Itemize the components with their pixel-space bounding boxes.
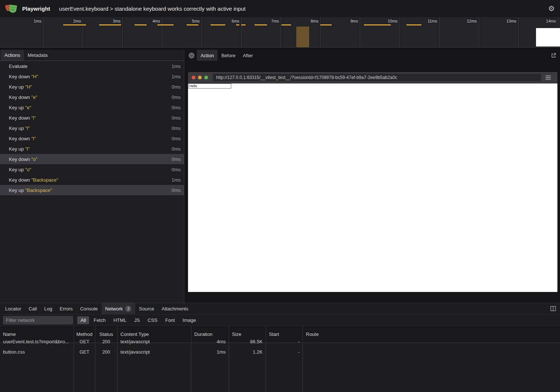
- filter-chip-fetch[interactable]: Fetch: [90, 316, 109, 324]
- timeline-tick-label: 9ms: [336, 19, 358, 23]
- bottom-tab-label: Network: [105, 306, 123, 312]
- action-key-value: "H": [24, 84, 32, 90]
- action-list-item[interactable]: Key down "o"0ms: [0, 154, 184, 164]
- snapshot-page[interactable]: [188, 83, 557, 292]
- bottom-tab-log[interactable]: Log: [41, 303, 56, 314]
- network-cell-content-type[interactable]: text/javascript: [117, 336, 191, 347]
- bottom-tab-label: Call: [28, 306, 37, 312]
- network-table-filler: [303, 357, 560, 392]
- app-title: Playwright: [22, 6, 50, 12]
- network-table-filler: [266, 357, 303, 392]
- network-cell-start[interactable]: -: [266, 347, 303, 357]
- bottom-tab-source[interactable]: Source: [135, 303, 158, 314]
- actions-panel: Actions Metadata Evaluate1msKey down "H"…: [0, 50, 184, 303]
- action-list-item[interactable]: Key up "l"0ms: [0, 123, 184, 133]
- timeline-tick-label: 4ms: [138, 19, 160, 23]
- tab-count-badge: 2: [125, 306, 132, 312]
- tab-after-label: After: [243, 53, 253, 58]
- tab-metadata[interactable]: Metadata: [24, 50, 51, 61]
- action-list-item[interactable]: Key up "e"0ms: [0, 102, 184, 113]
- network-cell-method[interactable]: GET: [74, 347, 95, 357]
- bottom-tab-errors[interactable]: Errors: [56, 303, 76, 314]
- network-filter-chips: AllFetchHTMLJSCSSFontImage: [77, 316, 200, 324]
- timeline-gridline: [122, 17, 123, 47]
- action-list-item[interactable]: Key down "l"0ms: [0, 133, 184, 144]
- timeline-activity-bar: [320, 24, 332, 25]
- action-duration: 0ms: [171, 125, 181, 131]
- action-list-item[interactable]: Key up "l"0ms: [0, 144, 184, 154]
- network-cell-route[interactable]: [303, 336, 560, 347]
- network-cell-name[interactable]: userEvent.test.ts?import&bro...: [0, 336, 74, 347]
- timeline-activity-bar: [255, 24, 267, 25]
- timeline-tick-label: 7ms: [257, 19, 279, 23]
- network-cell-duration[interactable]: 4ms: [191, 336, 229, 347]
- network-cell-start[interactable]: -: [266, 336, 303, 347]
- action-title: Key down "o": [9, 157, 37, 162]
- split-view-icon[interactable]: [547, 303, 559, 314]
- snapshot-panel: Action Before After: [184, 50, 560, 303]
- network-cell-status[interactable]: 200: [95, 347, 117, 357]
- action-duration: 0ms: [171, 146, 181, 152]
- action-list-item[interactable]: Key up "o"0ms: [0, 164, 184, 175]
- timeline-selected-action-range: [296, 27, 309, 47]
- action-duration: 1ms: [171, 63, 181, 69]
- filter-chip-font[interactable]: Font: [162, 316, 178, 324]
- bottom-tab-console[interactable]: Console: [76, 303, 102, 314]
- timeline-gridline: [518, 17, 519, 47]
- network-cell-size[interactable]: 1.2K: [229, 347, 266, 357]
- gear-icon[interactable]: ⚙: [548, 5, 555, 12]
- filter-chip-image[interactable]: Image: [179, 316, 199, 324]
- action-key-value: "e": [24, 105, 31, 110]
- filter-chip-all[interactable]: All: [77, 316, 89, 324]
- action-duration: 0ms: [171, 167, 181, 172]
- network-cell-method[interactable]: GET: [74, 336, 95, 347]
- action-list-item[interactable]: Key up "Backspace"0ms: [0, 185, 184, 195]
- action-list-item[interactable]: Key down "H"1ms: [0, 71, 184, 82]
- action-list-item[interactable]: Key down "Backspace"1ms: [0, 175, 184, 185]
- bottom-tab-network[interactable]: Network2: [102, 303, 136, 314]
- tab-actions[interactable]: Actions: [1, 50, 24, 61]
- bottom-tab-locator[interactable]: Locator: [1, 303, 25, 314]
- external-link-icon[interactable]: [548, 50, 559, 61]
- network-filter-row: AllFetchHTMLJSCSSFontImage: [0, 314, 560, 326]
- action-duration: 0ms: [171, 115, 181, 121]
- network-cell-status[interactable]: 200: [95, 336, 117, 347]
- network-cell-route[interactable]: [303, 347, 560, 357]
- timeline-strip[interactable]: 1ms2ms3ms4ms5ms6ms7ms8ms9ms10ms11ms12ms1…: [0, 17, 560, 48]
- timeline-activity-bar: [364, 24, 391, 25]
- action-key-value: "o": [24, 167, 31, 172]
- bottom-tab-call[interactable]: Call: [25, 303, 40, 314]
- action-duration: 0ms: [171, 188, 181, 193]
- timeline-tick-label: 8ms: [297, 19, 318, 23]
- filter-chip-css[interactable]: CSS: [144, 316, 161, 324]
- network-cell-size[interactable]: 86.5K: [229, 336, 266, 347]
- filter-chip-html[interactable]: HTML: [110, 316, 130, 324]
- target-icon[interactable]: [186, 50, 197, 61]
- action-list-item[interactable]: Key down "e"0ms: [0, 92, 184, 102]
- actions-tabbar: Actions Metadata: [0, 50, 184, 61]
- action-list-item[interactable]: Key up "H"0ms: [0, 82, 184, 92]
- action-duration: 0ms: [171, 157, 181, 162]
- filter-chip-js[interactable]: JS: [131, 316, 143, 324]
- filter-network-input[interactable]: [3, 316, 73, 324]
- action-list-item[interactable]: Evaluate1ms: [0, 61, 184, 71]
- timeline-activity-bar: [211, 24, 225, 25]
- page-text-input[interactable]: [188, 83, 231, 89]
- network-table-filler: [191, 357, 229, 392]
- timeline-gridline: [43, 17, 44, 47]
- network-cell-content-type[interactable]: text/javascript: [117, 347, 191, 357]
- timeline-gridline: [202, 17, 202, 47]
- network-cell-name[interactable]: button.css: [0, 347, 74, 357]
- tab-before[interactable]: Before: [218, 50, 239, 61]
- timeline-activity-bar: [134, 24, 147, 25]
- action-list-item[interactable]: Key down "l"0ms: [0, 113, 184, 123]
- network-cell-duration[interactable]: 1ms: [191, 347, 229, 357]
- snapshot-tabbar: Action Before After: [184, 50, 560, 61]
- timeline-gridline: [320, 17, 321, 47]
- tab-after[interactable]: After: [239, 50, 256, 61]
- tab-action[interactable]: Action: [197, 50, 218, 61]
- bottom-tab-attachments[interactable]: Attachments: [158, 303, 192, 314]
- maximize-dot-icon: [204, 76, 208, 79]
- action-key-value: "l": [24, 125, 30, 131]
- timeline-gridline: [162, 17, 162, 47]
